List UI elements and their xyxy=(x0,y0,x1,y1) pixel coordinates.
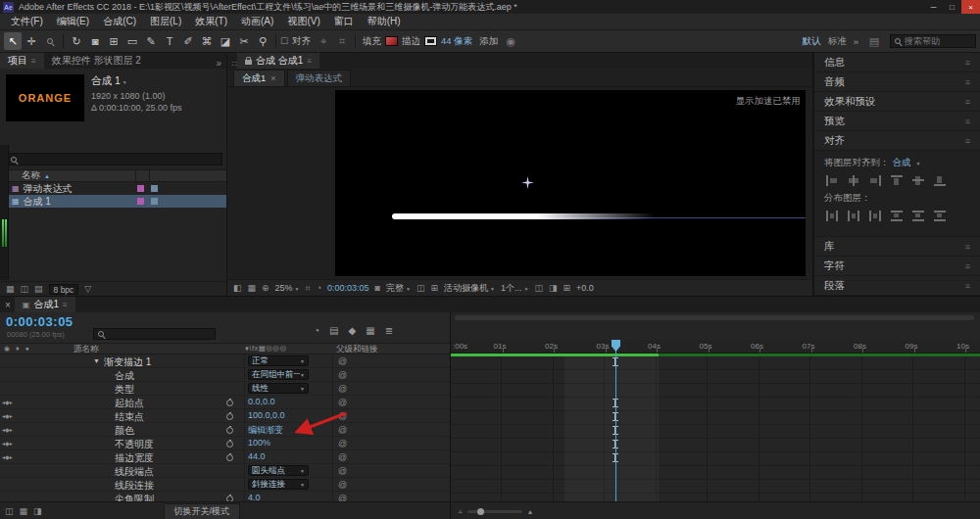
pickwhip-icon[interactable]: @ xyxy=(338,452,347,462)
pickwhip-icon[interactable]: @ xyxy=(338,398,347,407)
label-color-chip[interactable] xyxy=(137,185,144,192)
timeline-row[interactable]: ◂◆▸起始点0.0,0.0@ xyxy=(0,396,450,409)
pickwhip-icon[interactable]: @ xyxy=(338,384,347,394)
panel-header-字符[interactable]: 字符≡ xyxy=(814,257,980,276)
distribute-h-center-icon[interactable] xyxy=(848,211,859,221)
draft-3d-icon[interactable]: ▤ xyxy=(329,325,338,336)
comp-name[interactable]: 合成 1 xyxy=(91,74,121,86)
expand-transfer-controls-icon[interactable]: ▦ xyxy=(20,506,28,516)
active-camera-select[interactable]: 活动摄像机▼ xyxy=(444,282,495,295)
shape-tool[interactable]: ▭ xyxy=(123,32,141,50)
panel-close-icon[interactable]: × xyxy=(5,300,11,310)
distribute-left-icon[interactable] xyxy=(826,211,838,221)
current-time-display[interactable]: 0:00:03:05 xyxy=(6,314,74,329)
property-dropdown[interactable]: 正常▼ xyxy=(248,355,309,366)
rotation-tool[interactable]: ↻ xyxy=(68,32,85,50)
panel-menu-icon[interactable]: ≡ xyxy=(965,136,970,146)
snapshot-icon[interactable]: ◙ xyxy=(375,283,380,293)
add-label[interactable]: 添加 xyxy=(479,35,498,48)
stopwatch-icon[interactable] xyxy=(226,427,233,434)
property-value[interactable]: 44.0 xyxy=(248,451,266,461)
pixel-aspect-icon[interactable]: ◫ xyxy=(534,283,543,293)
eraser-tool[interactable]: ◪ xyxy=(217,32,234,50)
puppet-pin-tool[interactable]: ⚲ xyxy=(254,32,271,50)
pickwhip-icon[interactable]: @ xyxy=(338,411,347,421)
expand-in-out-icon[interactable]: ◨ xyxy=(33,506,42,516)
keyframe-navigator-icon[interactable]: ◂◆▸ xyxy=(2,426,13,433)
timeline-row[interactable]: 类型线性▼@ xyxy=(0,382,450,396)
timeline-button-icon[interactable]: ⊞ xyxy=(564,283,571,293)
zoom-select[interactable]: 25%▼ xyxy=(275,283,300,293)
stopwatch-icon[interactable] xyxy=(226,413,233,420)
fill-swatch[interactable] xyxy=(385,36,398,46)
timeline-row[interactable]: ◂◆▸颜色编辑渐变@ xyxy=(0,423,450,437)
close-tab-icon[interactable]: × xyxy=(270,73,275,83)
menu-item[interactable]: 窗口 xyxy=(327,15,361,28)
time-navigator[interactable] xyxy=(455,315,974,320)
menu-item[interactable]: 合成(C) xyxy=(96,15,143,28)
align-v-center-icon[interactable] xyxy=(912,175,924,186)
fast-preview-icon[interactable]: ◨ xyxy=(549,283,558,293)
workspace-bar-icon[interactable]: ▤ xyxy=(865,32,883,50)
motion-blur-icon[interactable]: ≣ xyxy=(385,325,393,336)
snap-checkbox[interactable]: ☐ xyxy=(280,36,288,46)
property-value[interactable]: 100% xyxy=(248,438,270,448)
twirl-down-icon[interactable]: ▼ xyxy=(93,357,100,364)
align-to-dropdown[interactable]: 合成 xyxy=(893,157,911,169)
keyframe-navigator-icon[interactable]: ◂◆▸ xyxy=(2,453,13,460)
label-color-chip[interactable] xyxy=(137,198,144,205)
property-dropdown[interactable]: 圆头端点▼ xyxy=(248,465,309,476)
time-ruler[interactable]: :00s01s02s03s04s05s06s07s08s09s10s xyxy=(451,340,980,354)
stroke-width-value[interactable]: 44 像素 xyxy=(441,35,472,48)
panel-header-音频[interactable]: 音频≡ xyxy=(814,72,980,92)
project-list-header[interactable]: 名称 ▲ xyxy=(0,169,226,182)
zoom-in-icon[interactable]: ▲ xyxy=(527,508,534,515)
menu-item[interactable]: 动画(A) xyxy=(234,15,280,28)
project-search-input[interactable] xyxy=(6,153,222,165)
menu-item[interactable]: 文件(F) xyxy=(4,15,50,28)
align-top-icon[interactable] xyxy=(891,175,903,186)
roi-icon[interactable]: ◫ xyxy=(416,283,425,293)
comp-viewer-tab[interactable]: 弹动表达式 xyxy=(287,70,352,86)
align-bottom-icon[interactable] xyxy=(934,175,946,186)
pickwhip-icon[interactable]: @ xyxy=(338,425,347,435)
panel-menu-icon[interactable]: ≡ xyxy=(307,57,312,66)
workspace-default[interactable]: 默认 xyxy=(803,35,821,48)
timeline-search-input[interactable] xyxy=(93,328,216,340)
always-preview-icon[interactable]: ◧ xyxy=(233,283,242,293)
tab-timeline-comp[interactable]: ▣ 合成1 ≡ xyxy=(15,297,75,312)
distribute-right-icon[interactable] xyxy=(869,211,881,221)
keyframe-navigator-icon[interactable]: ◂◆▸ xyxy=(2,440,13,447)
grid-option-icon[interactable]: ⌗ xyxy=(333,32,351,50)
edit-gradient-link[interactable]: 编辑渐变 xyxy=(248,424,283,437)
zoom-out-icon[interactable]: ▵ xyxy=(459,507,463,515)
minimize-button[interactable]: ─ xyxy=(924,0,943,14)
property-value[interactable]: 0.0,0.0 xyxy=(248,397,275,406)
panel-header-预览[interactable]: 预览≡ xyxy=(814,112,980,131)
view-layout-select[interactable]: 1个...▼ xyxy=(501,282,528,295)
help-search-input[interactable]: 搜索帮助 xyxy=(890,34,976,48)
pan-behind-tool[interactable]: ⊞ xyxy=(105,32,122,50)
panel-menu-icon[interactable]: ≡ xyxy=(965,117,970,126)
menu-item[interactable]: 视图(V) xyxy=(280,15,326,28)
comp-viewer-tab[interactable]: 合成1× xyxy=(233,70,285,86)
expand-layer-switches-icon[interactable]: ◫ xyxy=(5,506,14,516)
exposure-value[interactable]: +0.0 xyxy=(576,283,594,293)
list-view-icon[interactable]: ◫ xyxy=(21,284,29,294)
brush-tool[interactable]: ✐ xyxy=(179,32,197,50)
stopwatch-icon[interactable] xyxy=(226,400,233,406)
panel-header-效果和预设[interactable]: 效果和预设≡ xyxy=(814,92,980,112)
composition-mini-flowchart-icon[interactable]: ◔ xyxy=(314,325,319,336)
align-left-icon[interactable] xyxy=(826,175,838,186)
workspace-standard[interactable]: 标准 xyxy=(828,35,847,48)
timeline-row[interactable]: 合成在同组中前一个之上▼@ xyxy=(0,368,450,382)
tab-effect-controls[interactable]: 效果控件 形状图层 2 xyxy=(44,53,149,69)
timeline-track-area[interactable]: :00s01s02s03s04s05s06s07s08s09s10s ▵ ▲ xyxy=(451,312,980,519)
timeline-row[interactable]: ◂◆▸描边宽度44.0@ xyxy=(0,450,450,464)
panel-menu-icon[interactable]: ≡ xyxy=(965,58,970,68)
stroke-swatch[interactable] xyxy=(424,36,437,46)
column-name-label[interactable]: 名称 xyxy=(22,169,40,182)
align-right-icon[interactable] xyxy=(869,175,881,186)
tab-overflow-icon[interactable]: » xyxy=(211,58,226,69)
menu-item[interactable]: 帮助(H) xyxy=(361,15,408,28)
